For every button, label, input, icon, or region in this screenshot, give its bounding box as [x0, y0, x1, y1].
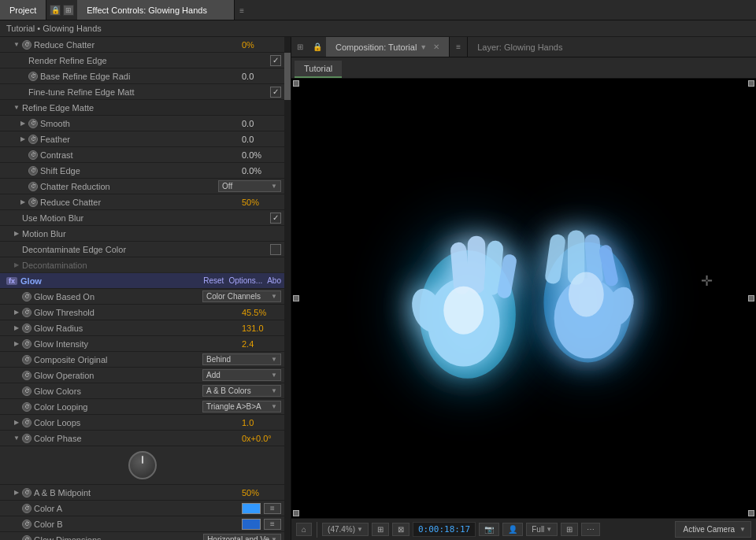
clp-arrow[interactable]	[13, 419, 20, 427]
shift-edge-value[interactable]: 0.0%	[242, 166, 281, 176]
smooth-arrow[interactable]	[19, 120, 27, 128]
tab-project[interactable]: Project	[0, 0, 46, 20]
rem-arrow[interactable]	[13, 104, 20, 112]
more-btn[interactable]: ⋯	[581, 523, 600, 536]
co-stopwatch[interactable]: ⏱	[22, 355, 32, 364]
lock-icon[interactable]: 🔒	[50, 5, 61, 16]
person-btn[interactable]: 👤	[502, 523, 523, 536]
handle-mid-right[interactable]	[748, 295, 754, 301]
handle-bottom-right[interactable]	[748, 510, 754, 516]
handle-bottom-left[interactable]	[293, 510, 299, 516]
glow-colors-dropdown[interactable]: A & B Colors ▼	[202, 385, 281, 397]
gd-stopwatch[interactable]: ⏱	[22, 535, 32, 541]
glow-intensity-value[interactable]: 2.4	[242, 339, 281, 349]
comp-close-btn[interactable]: ✕	[433, 43, 439, 51]
ab-midpoint-value[interactable]: 50%	[242, 488, 281, 497]
comp-tab[interactable]: Composition: Tutorial ▼ ✕	[326, 37, 450, 57]
gbo-stopwatch[interactable]: ⏱	[22, 292, 32, 301]
bre-stopwatch[interactable]: ⏱	[28, 72, 38, 81]
glow-dimensions-dropdown[interactable]: Horizontal and Ve ▼	[203, 534, 281, 540]
panel-menu-button[interactable]: ≡	[235, 0, 249, 20]
handle-top-left[interactable]	[293, 80, 299, 87]
gc-stopwatch[interactable]: ⏱	[22, 387, 32, 396]
comp-dropdown-arrow[interactable]: ▼	[420, 43, 427, 51]
snapshot-btn[interactable]: 📷	[479, 523, 499, 536]
cl-stopwatch[interactable]: ⏱	[22, 402, 32, 412]
reduce-chatter-value[interactable]: 0%	[242, 40, 281, 50]
glow-reset-btn[interactable]: Reset	[203, 276, 224, 285]
grid-btn[interactable]: ⊞	[561, 523, 578, 536]
chatter-reduction-dropdown[interactable]: Off ▼	[218, 180, 281, 192]
active-camera-dropdown[interactable]: Active Camera ▼	[675, 521, 752, 538]
scroll-thumb[interactable]	[284, 53, 291, 100]
crosshair-icon[interactable]: ✛	[701, 272, 713, 290]
handle-mid-left[interactable]	[293, 295, 299, 301]
cb-stopwatch[interactable]: ⏱	[22, 520, 32, 529]
viewer-home-btn[interactable]: ⌂	[296, 523, 312, 536]
gt-stopwatch[interactable]: ⏱	[22, 308, 32, 317]
gt-arrow[interactable]	[13, 309, 20, 316]
decon-arrow[interactable]	[13, 261, 20, 269]
glow-operation-dropdown[interactable]: Add ▼	[202, 369, 281, 381]
color-loops-value[interactable]: 1.0	[242, 418, 281, 427]
contrast-stopwatch[interactable]: ⏱	[28, 150, 38, 160]
contrast-value[interactable]: 0.0%	[242, 150, 281, 160]
comp-lock-icon[interactable]: 🔒	[309, 39, 326, 56]
gi-arrow[interactable]	[13, 340, 20, 348]
color-a-swatch[interactable]	[242, 503, 261, 514]
color-a-menu[interactable]	[264, 503, 281, 514]
glow-options-btn[interactable]: Options...	[228, 276, 262, 285]
timecode-display[interactable]: 0:00:18:17	[413, 522, 476, 537]
glow-radius-value[interactable]: 131.0	[242, 324, 281, 333]
abm-arrow[interactable]	[13, 489, 20, 497]
reduce-chatter-stopwatch[interactable]: ⏱	[22, 40, 32, 50]
tutorial-tab[interactable]: Tutorial	[295, 61, 342, 78]
comp-panel-icon[interactable]: ⊞	[291, 39, 309, 56]
fine-tune-checkbox[interactable]	[270, 87, 281, 98]
rc2-stopwatch[interactable]: ⏱	[28, 198, 38, 207]
scroll-track[interactable]	[284, 37, 291, 540]
rc2-arrow[interactable]	[19, 198, 27, 206]
reduce-chatter2-value[interactable]: 50%	[242, 198, 281, 207]
mb-arrow[interactable]	[13, 230, 20, 238]
glow-based-on-dropdown[interactable]: Color Channels ▼	[202, 290, 281, 302]
cp-arrow[interactable]	[13, 435, 20, 442]
tab-effect-controls[interactable]: Effect Controls: Glowing Hands	[77, 0, 235, 20]
color-b-swatch[interactable]	[242, 519, 261, 530]
color-b-menu[interactable]	[264, 519, 281, 530]
glow-about-btn[interactable]: Abo	[267, 276, 281, 285]
gi-stopwatch[interactable]: ⏱	[22, 339, 32, 349]
feather-stopwatch[interactable]: ⏱	[28, 135, 38, 144]
glow-threshold-value[interactable]: 45.5%	[242, 308, 281, 317]
fit-comp-btn[interactable]: ⊠	[392, 523, 410, 536]
clp-stopwatch[interactable]: ⏱	[22, 418, 32, 427]
decontaminate-edge-checkbox[interactable]	[270, 244, 281, 255]
render-refine-edge-checkbox[interactable]	[270, 55, 281, 66]
viewer[interactable]: ✛	[291, 79, 756, 518]
smooth-stopwatch[interactable]: ⏱	[28, 119, 38, 128]
color-phase-dial[interactable]	[128, 451, 157, 479]
reduce-chatter-arrow[interactable]	[13, 41, 20, 49]
panel-icon[interactable]: ⊞	[63, 5, 74, 16]
go-stopwatch[interactable]: ⏱	[22, 371, 32, 380]
gr-stopwatch[interactable]: ⏱	[22, 324, 32, 333]
color-looping-dropdown[interactable]: Triangle A>B>A ▼	[202, 401, 281, 412]
smooth-value[interactable]: 0.0	[242, 119, 281, 128]
color-phase-value[interactable]: 0x+0.0°	[242, 434, 281, 443]
abm-stopwatch[interactable]: ⏱	[22, 488, 32, 497]
use-motion-blur-checkbox[interactable]	[270, 213, 281, 224]
comp-menu-btn[interactable]: ≡	[450, 39, 467, 56]
base-refine-edge-value[interactable]: 0.0	[242, 72, 281, 81]
gr-arrow[interactable]	[13, 324, 20, 332]
cr-stopwatch[interactable]: ⏱	[28, 182, 38, 191]
fit-btn[interactable]: ⊞	[372, 523, 389, 536]
feather-arrow[interactable]	[19, 135, 27, 143]
cp-stopwatch[interactable]: ⏱	[22, 434, 32, 443]
se-stopwatch[interactable]: ⏱	[28, 166, 38, 176]
handle-top-right[interactable]	[748, 80, 754, 87]
zoom-dropdown[interactable]: (47.4%) ▼	[322, 523, 369, 536]
feather-value[interactable]: 0.0	[242, 135, 281, 144]
composite-original-dropdown[interactable]: Behind ▼	[202, 353, 281, 365]
quality-dropdown[interactable]: Full ▼	[526, 523, 558, 536]
ca-stopwatch[interactable]: ⏱	[22, 504, 32, 513]
